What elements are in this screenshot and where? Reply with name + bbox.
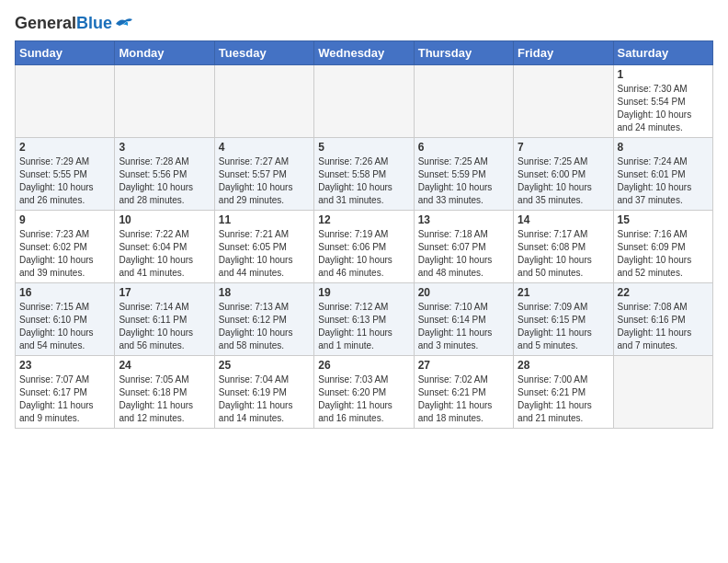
cell-content: Sunrise: 7:07 AMSunset: 6:17 PMDaylight:… xyxy=(19,373,110,425)
day-number: 19 xyxy=(318,286,409,299)
daylight-text: Daylight: 11 hours and 16 minutes. xyxy=(318,399,409,425)
sunset-text: Sunset: 6:12 PM xyxy=(219,314,310,327)
sunrise-text: Sunrise: 7:17 AM xyxy=(518,228,609,241)
daylight-text: Daylight: 10 hours and 48 minutes. xyxy=(418,254,509,280)
weekday-header-thursday: Thursday xyxy=(414,40,513,64)
day-number: 18 xyxy=(219,286,310,299)
day-number: 24 xyxy=(119,359,210,372)
sunset-text: Sunset: 6:11 PM xyxy=(119,314,210,327)
sunset-text: Sunset: 5:57 PM xyxy=(219,168,310,181)
daylight-text: Daylight: 10 hours and 35 minutes. xyxy=(518,181,609,207)
weekday-header-tuesday: Tuesday xyxy=(214,40,313,64)
calendar-cell: 22Sunrise: 7:08 AMSunset: 6:16 PMDayligh… xyxy=(613,282,712,355)
day-number: 10 xyxy=(119,213,210,226)
daylight-text: Daylight: 10 hours and 50 minutes. xyxy=(518,254,609,280)
day-number: 3 xyxy=(119,141,210,154)
daylight-text: Daylight: 10 hours and 28 minutes. xyxy=(119,181,210,207)
sunset-text: Sunset: 6:20 PM xyxy=(318,386,409,399)
cell-content: Sunrise: 7:02 AMSunset: 6:21 PMDaylight:… xyxy=(418,373,509,425)
cell-content: Sunrise: 7:19 AMSunset: 6:06 PMDaylight:… xyxy=(318,228,409,280)
day-number: 5 xyxy=(318,141,409,154)
calendar-cell: 4Sunrise: 7:27 AMSunset: 5:57 PMDaylight… xyxy=(214,137,313,210)
daylight-text: Daylight: 10 hours and 39 minutes. xyxy=(19,254,110,280)
sunset-text: Sunset: 5:55 PM xyxy=(19,168,110,181)
day-number: 21 xyxy=(518,286,609,299)
sunrise-text: Sunrise: 7:24 AM xyxy=(618,155,709,168)
sunrise-text: Sunrise: 7:30 AM xyxy=(618,83,709,96)
daylight-text: Daylight: 10 hours and 56 minutes. xyxy=(119,327,210,352)
daylight-text: Daylight: 11 hours and 18 minutes. xyxy=(418,399,509,425)
day-number: 14 xyxy=(518,213,609,226)
cell-content: Sunrise: 7:16 AMSunset: 6:09 PMDaylight:… xyxy=(618,228,709,280)
calendar-cell xyxy=(115,64,214,137)
sunset-text: Sunset: 6:21 PM xyxy=(418,386,509,399)
calendar-cell: 17Sunrise: 7:14 AMSunset: 6:11 PMDayligh… xyxy=(115,282,214,355)
sunset-text: Sunset: 5:56 PM xyxy=(119,168,210,181)
sunrise-text: Sunrise: 7:08 AM xyxy=(618,301,709,314)
sunrise-text: Sunrise: 7:04 AM xyxy=(219,373,310,386)
sunset-text: Sunset: 6:09 PM xyxy=(618,241,709,254)
calendar-cell: 3Sunrise: 7:28 AMSunset: 5:56 PMDaylight… xyxy=(115,137,214,210)
calendar-cell: 26Sunrise: 7:03 AMSunset: 6:20 PMDayligh… xyxy=(314,355,414,428)
daylight-text: Daylight: 11 hours and 12 minutes. xyxy=(119,399,210,425)
sunset-text: Sunset: 6:16 PM xyxy=(618,314,709,327)
daylight-text: Daylight: 11 hours and 5 minutes. xyxy=(518,327,609,352)
cell-content: Sunrise: 7:08 AMSunset: 6:16 PMDaylight:… xyxy=(618,301,709,352)
daylight-text: Daylight: 10 hours and 41 minutes. xyxy=(119,254,210,280)
sunset-text: Sunset: 6:04 PM xyxy=(119,241,210,254)
daylight-text: Daylight: 10 hours and 44 minutes. xyxy=(219,254,310,280)
sunset-text: Sunset: 5:54 PM xyxy=(618,96,709,109)
cell-content: Sunrise: 7:13 AMSunset: 6:12 PMDaylight:… xyxy=(219,301,310,352)
calendar-cell xyxy=(214,64,313,137)
day-number: 25 xyxy=(219,359,310,372)
sunset-text: Sunset: 6:01 PM xyxy=(618,168,709,181)
day-number: 22 xyxy=(618,286,709,299)
day-number: 16 xyxy=(19,286,110,299)
sunset-text: Sunset: 6:17 PM xyxy=(19,386,110,399)
cell-content: Sunrise: 7:14 AMSunset: 6:11 PMDaylight:… xyxy=(119,301,210,352)
cell-content: Sunrise: 7:09 AMSunset: 6:15 PMDaylight:… xyxy=(518,301,609,352)
day-number: 26 xyxy=(318,359,409,372)
sunrise-text: Sunrise: 7:26 AM xyxy=(318,155,409,168)
calendar-cell: 24Sunrise: 7:05 AMSunset: 6:18 PMDayligh… xyxy=(115,355,214,428)
calendar-cell: 6Sunrise: 7:25 AMSunset: 5:59 PMDaylight… xyxy=(414,137,513,210)
day-number: 20 xyxy=(418,286,509,299)
calendar-cell: 5Sunrise: 7:26 AMSunset: 5:58 PMDaylight… xyxy=(314,137,414,210)
cell-content: Sunrise: 7:00 AMSunset: 6:21 PMDaylight:… xyxy=(518,373,609,425)
logo-blue: Blue xyxy=(76,14,112,32)
daylight-text: Daylight: 11 hours and 1 minute. xyxy=(318,327,409,352)
cell-content: Sunrise: 7:12 AMSunset: 6:13 PMDaylight:… xyxy=(318,301,409,352)
cell-content: Sunrise: 7:24 AMSunset: 6:01 PMDaylight:… xyxy=(618,155,709,207)
cell-content: Sunrise: 7:18 AMSunset: 6:07 PMDaylight:… xyxy=(418,228,509,280)
cell-content: Sunrise: 7:30 AMSunset: 5:54 PMDaylight:… xyxy=(618,83,709,134)
sunrise-text: Sunrise: 7:02 AM xyxy=(418,373,509,386)
cell-content: Sunrise: 7:25 AMSunset: 6:00 PMDaylight:… xyxy=(518,155,609,207)
calendar-table: SundayMondayTuesdayWednesdayThursdayFrid… xyxy=(15,40,713,429)
weekday-header-sunday: Sunday xyxy=(16,40,115,64)
sunset-text: Sunset: 6:13 PM xyxy=(318,314,409,327)
sunset-text: Sunset: 6:08 PM xyxy=(518,241,609,254)
weekday-header-row: SundayMondayTuesdayWednesdayThursdayFrid… xyxy=(16,40,713,64)
sunset-text: Sunset: 6:21 PM xyxy=(518,386,609,399)
daylight-text: Daylight: 10 hours and 31 minutes. xyxy=(318,181,409,207)
logo: GeneralBlue xyxy=(15,15,134,33)
calendar-cell xyxy=(16,64,115,137)
day-number: 2 xyxy=(19,141,110,154)
calendar-cell: 23Sunrise: 7:07 AMSunset: 6:17 PMDayligh… xyxy=(16,355,115,428)
sunset-text: Sunset: 6:14 PM xyxy=(418,314,509,327)
day-number: 12 xyxy=(318,213,409,226)
day-number: 4 xyxy=(219,141,310,154)
sunrise-text: Sunrise: 7:28 AM xyxy=(119,155,210,168)
daylight-text: Daylight: 10 hours and 29 minutes. xyxy=(219,181,310,207)
daylight-text: Daylight: 10 hours and 26 minutes. xyxy=(19,181,110,207)
calendar-cell: 14Sunrise: 7:17 AMSunset: 6:08 PMDayligh… xyxy=(514,210,613,282)
daylight-text: Daylight: 10 hours and 58 minutes. xyxy=(219,327,310,352)
day-number: 7 xyxy=(518,141,609,154)
sunrise-text: Sunrise: 7:27 AM xyxy=(219,155,310,168)
cell-content: Sunrise: 7:15 AMSunset: 6:10 PMDaylight:… xyxy=(19,301,110,352)
calendar-cell: 10Sunrise: 7:22 AMSunset: 6:04 PMDayligh… xyxy=(115,210,214,282)
calendar-cell: 7Sunrise: 7:25 AMSunset: 6:00 PMDaylight… xyxy=(514,137,613,210)
calendar-cell: 18Sunrise: 7:13 AMSunset: 6:12 PMDayligh… xyxy=(214,282,313,355)
cell-content: Sunrise: 7:25 AMSunset: 5:59 PMDaylight:… xyxy=(418,155,509,207)
calendar-cell: 1Sunrise: 7:30 AMSunset: 5:54 PMDaylight… xyxy=(613,64,712,137)
